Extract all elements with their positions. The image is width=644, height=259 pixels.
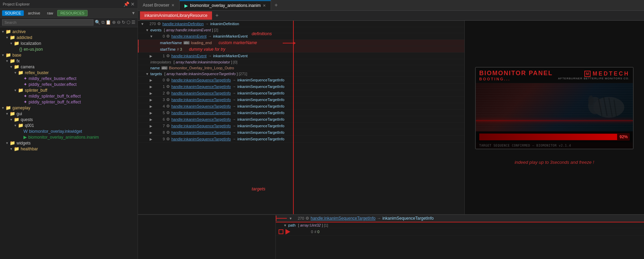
row-link[interactable]: handle:inkanimSequenceTargetInfo	[171, 117, 231, 121]
copy-icon[interactable]: ⧉	[101, 20, 104, 25]
anim-row-event-1[interactable]: ▶ 1 ⚙ handle:inkanimEvent → inkanimMarke…	[138, 53, 464, 59]
bm-right-logo: M MEDTECH AFTERBURNER BETTERLIFE MONITOR…	[558, 71, 630, 80]
anim-row-starttime[interactable]: startTime # 3 dummy value for try	[138, 46, 464, 53]
row-link[interactable]: handle:inkanimSequenceTargetInfo	[171, 91, 231, 95]
bottom-path-row[interactable]: ▼ path [ array:Uint32 ] [1]	[276, 222, 644, 228]
anim-row-event-0[interactable]: ▼ 0 ⚙ handle:inkanimEvent → inkanimMarke…	[138, 33, 464, 40]
tree-item-widgets[interactable]: ▼ 📁 widgets	[0, 140, 138, 146]
tree-item-archive-root[interactable]: ▼ 📁 archive	[0, 29, 138, 34]
refresh-icon[interactable]: ↻	[122, 20, 125, 25]
row-link[interactable]: handle:inkanimEvent	[171, 54, 207, 58]
remove-icon[interactable]: ⊖	[117, 20, 121, 25]
tree-item-piddly-splinter-buff[interactable]: ✦ piddly_splinter_buff_fx.effect	[0, 99, 138, 105]
resource-tab-add[interactable]: +	[213, 12, 221, 19]
tree-item-base[interactable]: ▼ 📁 base	[0, 52, 138, 58]
tree-item-mildly-reflex-buster[interactable]: ✦ mildly_reflex_buster.effect	[0, 76, 138, 81]
anim-row-target-9[interactable]: ▶ 9 ⚙ handle:inkanimSequenceTargetInfo →…	[138, 136, 464, 142]
tab-add-button[interactable]: +	[271, 0, 281, 10]
row-link[interactable]: handle:inkanimDefinition	[162, 22, 204, 26]
extra-icon[interactable]: ⬡	[127, 20, 130, 25]
anim-row-target-6[interactable]: ▶ 6 ⚙ handle:inkanimSequenceTargetInfo →…	[138, 116, 464, 123]
tree-item-camera[interactable]: ▼ 📁 camera	[0, 64, 138, 70]
tree-item-piddly-reflex-buster[interactable]: ✦ piddly_reflex_buster.effect	[0, 81, 138, 87]
tree-item-mildly-splinter-buff[interactable]: ✦ mildly_splinter_buff_fx.effect	[0, 93, 138, 99]
row-link[interactable]: handle:inkanimEvent	[171, 34, 207, 38]
add-icon[interactable]: ⊕	[112, 20, 116, 25]
row-link[interactable]: handle:inkanimSequenceTargetInfo	[171, 78, 231, 82]
pin-icon[interactable]: 📌	[123, 1, 129, 7]
row-link[interactable]: handle:inkanimSequenceTargetInfo	[171, 84, 231, 89]
row-type: inkanimSequenceTargetInfo	[237, 137, 284, 141]
tree-item-fx[interactable]: ▼ 📁 fx	[0, 58, 138, 64]
row-link[interactable]: handle:inkanimSequenceTargetInfo	[171, 111, 231, 115]
tab-active-file-close[interactable]: ✕	[263, 3, 266, 8]
bm-animal-silhouette	[585, 87, 626, 124]
row-num: 8	[154, 130, 165, 135]
tree-item-biomonitor-widget[interactable]: W biomonitor_overlay.inkwidget	[0, 128, 138, 134]
progress-bar-fill	[480, 134, 617, 140]
menu-icon[interactable]: ☰	[131, 20, 135, 25]
tree-item-gameplay[interactable]: ▼ 📁 gameplay	[0, 105, 138, 111]
tree-item-reflex-buster[interactable]: ▼ 📁 reflex_buster	[0, 70, 138, 76]
row-link[interactable]: handle:inkanimSequenceTargetInfo	[311, 216, 375, 221]
anim-row-target-0[interactable]: ▶ 0 ⚙ handle:inkanimSequenceTargetInfo →…	[138, 77, 464, 83]
tab-archive[interactable]: archive	[25, 10, 43, 16]
anim-row-events[interactable]: ▼ events [ array:handle:inkanimEvent ] […	[138, 27, 464, 33]
bottom-selected-row[interactable]: ▼ 270 ⚙ handle:inkanimSequenceTargetInfo…	[276, 215, 644, 222]
tab-active-file[interactable]: ▶ biomonitor_overlay_animations.inanim ✕	[180, 0, 271, 10]
tree-item-q001[interactable]: ▼ 📁 q001	[0, 122, 138, 128]
tree-label: localization	[21, 41, 41, 46]
anim-row-target-7[interactable]: ▶ 7 ⚙ handle:inkanimSequenceTargetInfo →…	[138, 123, 464, 129]
anim-row-target-2[interactable]: ▶ 2 ⚙ handle:inkanimSequenceTargetInfo →…	[138, 90, 464, 97]
tab-raw[interactable]: raw	[44, 10, 56, 16]
row-link[interactable]: handle:inkanimSequenceTargetInfo	[171, 98, 231, 102]
tree-item-en-us-json[interactable]: {} en-us.json	[0, 46, 138, 52]
anim-row-target-3[interactable]: ▶ 3 ⚙ handle:inkanimSequenceTargetInfo →…	[138, 97, 464, 103]
arrow-right: →	[232, 91, 236, 95]
row-num: 4	[154, 104, 165, 108]
resource-tab-bar: inkanimAnimationLibraryResource +	[138, 11, 644, 21]
anim-row-target-4[interactable]: ▶ 4 ⚙ handle:inkanimSequenceTargetInfo →…	[138, 103, 464, 110]
folder-icon: 📁	[6, 105, 11, 110]
row-link[interactable]: handle:inkanimSequenceTargetInfo	[171, 130, 231, 135]
tab-dropdown[interactable]: ▼	[131, 11, 135, 16]
tree-item-biomonitor-animations[interactable]: ▶ biomonitor_overlay_animations.inanim	[0, 134, 138, 140]
anim-editor[interactable]: ▼ 270 ⚙ handle:inkanimDefinition → inkan…	[138, 21, 465, 214]
folder-icon: 📁	[18, 88, 23, 93]
tab-asset-browser[interactable]: Asset Browser ✕	[138, 1, 180, 10]
tree-item-addicted[interactable]: ▼ 📁 addicted	[0, 34, 138, 40]
paste-icon[interactable]: 📋	[105, 20, 111, 25]
anim-row-name[interactable]: name abc Biomonitor_Overlay_Intro_Loop_O…	[138, 65, 464, 71]
bottom-anim-editor[interactable]: ▼ 270 ⚙ handle:inkanimSequenceTargetInfo…	[276, 215, 644, 259]
row-link[interactable]: handle:inkanimSequenceTargetInfo	[171, 104, 231, 108]
row-num: 5	[154, 111, 165, 115]
bottom-path-0-row[interactable]: 0 # 0	[276, 228, 644, 236]
anim-row-target-8[interactable]: ▶ 8 ⚙ handle:inkanimSequenceTargetInfo →…	[138, 129, 464, 136]
tree-arrow: ▼	[1, 30, 6, 33]
row-num: 0	[154, 34, 165, 38]
anim-row-0[interactable]: ▼ 270 ⚙ handle:inkanimDefinition → inkan…	[138, 21, 464, 27]
search-input[interactable]	[2, 19, 93, 26]
search-icon[interactable]: 🔍	[95, 20, 100, 25]
row-link[interactable]: handle:inkanimSequenceTargetInfo	[171, 137, 231, 141]
tab-resources[interactable]: RESOURCES	[57, 10, 88, 16]
anim-row-target-1[interactable]: ▶ 1 ⚙ handle:inkanimSequenceTargetInfo →…	[138, 83, 464, 90]
tab-source[interactable]: SOURCE	[2, 10, 24, 16]
anim-row-targets[interactable]: ▼ targets [ array:handle:inkanimSequence…	[138, 71, 464, 77]
row-type: inkanimMarkerEvent	[213, 54, 248, 58]
row-link[interactable]: handle:inkanimSequenceTargetInfo	[171, 124, 231, 128]
tree-item-healthbar[interactable]: ▼ 📁 healthbar	[0, 146, 138, 152]
resource-tab-inkanim[interactable]: inkanimAnimationLibraryResource	[140, 11, 212, 20]
tree-label: biomonitor_overlay.inkwidget	[29, 129, 82, 134]
row-num: 2	[154, 91, 165, 95]
anim-row-target-5[interactable]: ▶ 5 ⚙ handle:inkanimSequenceTargetInfo →…	[138, 110, 464, 116]
tree-item-quests[interactable]: ▼ 📁 quests	[0, 117, 138, 122]
tab-asset-browser-close[interactable]: ✕	[171, 3, 174, 8]
tree-item-localization[interactable]: ▼ 📁 localization	[0, 40, 138, 46]
tree-item-splinter-buff[interactable]: ▼ 📁 splinter_buff	[0, 87, 138, 93]
close-icon[interactable]: ✕	[131, 1, 135, 7]
anim-row-markername[interactable]: markerName abc loading_end custom marker…	[138, 40, 464, 46]
folder-icon: 📁	[18, 70, 23, 75]
anim-row-interpolators[interactable]: interpolators [ array:handle:inkanimInte…	[138, 59, 464, 65]
tree-item-gui[interactable]: ▼ 📁 gui	[0, 111, 138, 117]
